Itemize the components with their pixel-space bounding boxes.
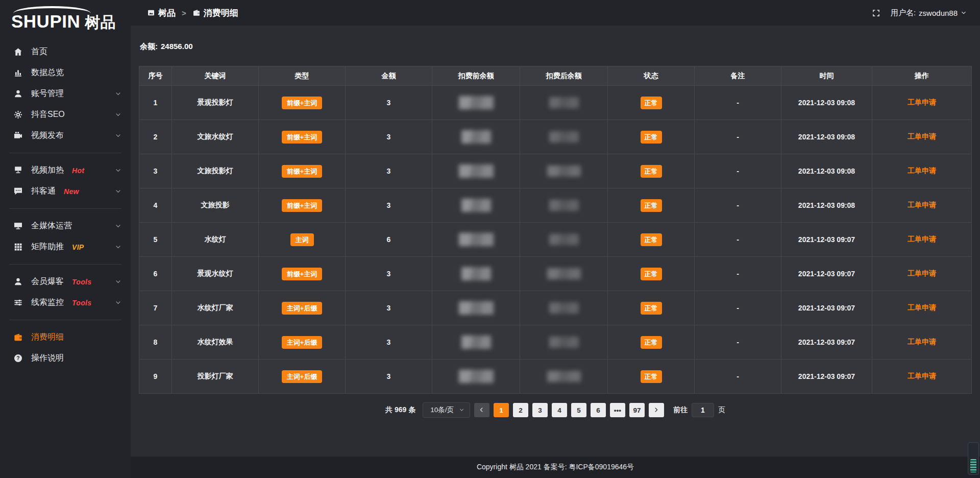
masked-balance-before (461, 199, 491, 212)
logo-text-en: SHUPIN (11, 11, 80, 32)
sidebar-item-label: 账号管理 (31, 88, 64, 99)
cell-amount: 3 (346, 257, 432, 291)
cell-amount: 3 (346, 86, 432, 120)
sidebar-item-matrix-boost[interactable]: 矩阵助推VIP (0, 236, 131, 257)
chevron-down-icon (961, 10, 967, 16)
fullscreen-icon[interactable] (872, 9, 880, 17)
work-order-link[interactable]: 工单申请 (908, 132, 936, 140)
cell-time: 2021-12-03 09:08 (781, 86, 872, 120)
sidebar-item-label: 全媒体运营 (31, 221, 72, 231)
sidebar-item-doukotong[interactable]: 抖客通New (0, 181, 131, 202)
work-order-link[interactable]: 工单申请 (908, 235, 936, 243)
chevron-down-icon (115, 90, 121, 97)
balance-label: 余额: (140, 42, 158, 51)
sidebar-item-member-burst[interactable]: 会员爆客Tools (0, 271, 131, 292)
table-row: 9投影灯厂家主词+后缀3正常-2021-12-03 09:07工单申请 (139, 360, 972, 394)
cell-index: 7 (139, 291, 172, 325)
cell-keyword: 水纹灯效果 (172, 325, 259, 360)
cell-remark: - (695, 223, 781, 257)
scroll-widget[interactable] (968, 442, 979, 475)
cell-index: 6 (139, 257, 172, 291)
next-page-button[interactable] (649, 403, 664, 417)
masked-balance-before (461, 130, 491, 144)
cell-time: 2021-12-03 09:08 (781, 120, 872, 154)
sidebar-divider (9, 153, 121, 153)
breadcrumb-label: 消费明细 (204, 7, 238, 19)
cell-index: 5 (139, 223, 172, 257)
chevron-down-icon (115, 167, 121, 174)
sidebar-item-consumption-detail[interactable]: 消费明细 (0, 327, 131, 348)
sidebar-item-label: 首页 (31, 46, 47, 57)
work-order-link[interactable]: 工单申请 (908, 98, 936, 106)
sliders-icon (13, 298, 23, 308)
sidebar-item-label: 会员爆客 (31, 276, 64, 287)
sidebar-item-label: 数据总览 (31, 67, 64, 78)
page-button-3[interactable]: 3 (532, 403, 548, 417)
gear-icon (13, 110, 23, 120)
column-header: 状态 (608, 66, 695, 86)
user-icon (13, 277, 23, 287)
chevron-right-icon (653, 407, 659, 414)
page-button-6[interactable]: 6 (591, 403, 606, 417)
column-header: 类型 (259, 66, 346, 86)
brand-logo: SHUPIN 树品 (0, 0, 131, 33)
status-badge: 正常 (641, 199, 662, 212)
page-button-2[interactable]: 2 (513, 403, 528, 417)
sidebar-item-account-management[interactable]: 账号管理 (0, 83, 131, 104)
page-size-select[interactable]: 10条/页 (423, 402, 470, 418)
page-button-1[interactable]: 1 (494, 403, 509, 417)
sidebar-item-video-heat[interactable]: 视频加热Hot (0, 160, 131, 181)
sidebar-item-label: 视频加热 (31, 165, 64, 176)
breadcrumb-label: 树品 (158, 7, 176, 19)
sidebar-item-home[interactable]: 首页 (0, 41, 131, 62)
svg-text:?: ? (16, 355, 19, 361)
work-order-link[interactable]: 工单申请 (908, 303, 936, 312)
work-order-link[interactable]: 工单申请 (908, 201, 936, 209)
type-badge: 前缀+主词 (282, 268, 323, 280)
cell-amount: 3 (346, 360, 432, 394)
sidebar-item-label: 抖客通 (31, 186, 56, 197)
page-button-5[interactable]: 5 (571, 403, 586, 417)
column-header: 扣费后余额 (520, 66, 608, 86)
more-pages-button[interactable]: ••• (610, 403, 625, 417)
table-row: 6景观水纹灯前缀+主词3正常-2021-12-03 09:07工单申请 (139, 257, 972, 291)
prev-page-button[interactable] (474, 403, 489, 417)
type-badge: 主词+后缀 (282, 302, 323, 315)
status-badge: 正常 (641, 165, 662, 178)
page-button-97[interactable]: 97 (629, 403, 645, 417)
user-menu[interactable]: 用户名: zswodun88 (891, 8, 967, 18)
cell-remark: - (695, 257, 781, 291)
masked-balance-after (549, 131, 579, 142)
sidebar-item-operation-guide[interactable]: ?操作说明 (0, 348, 131, 369)
topbar: 树品>消费明细 用户名: zswodun88 (131, 0, 980, 26)
sidebar-item-badge: Hot (72, 166, 84, 175)
type-badge: 主词 (290, 233, 314, 246)
work-order-link[interactable]: 工单申请 (908, 269, 936, 277)
wallet-icon (192, 9, 201, 17)
sidebar-divider (9, 264, 121, 265)
sidebar-item-data-overview[interactable]: 数据总览 (0, 62, 131, 83)
status-badge: 正常 (641, 233, 662, 246)
sidebar-item-omni-media[interactable]: 全媒体运营 (0, 216, 131, 236)
breadcrumb-item[interactable]: 消费明细 (192, 7, 238, 19)
table-row: 8水纹灯效果主词+后缀3正常-2021-12-03 09:07工单申请 (139, 325, 972, 360)
masked-balance-after (549, 337, 579, 348)
chevron-down-icon (115, 278, 121, 285)
breadcrumb-item[interactable]: 树品 (147, 7, 176, 19)
page-button-4[interactable]: 4 (552, 403, 567, 417)
status-badge: 正常 (641, 302, 662, 315)
work-order-link[interactable]: 工单申请 (908, 372, 936, 380)
type-badge: 前缀+主词 (282, 97, 323, 109)
status-badge: 正常 (641, 370, 662, 383)
goto-page-input[interactable] (692, 403, 714, 417)
sidebar-item-video-publish[interactable]: 视频发布 (0, 125, 131, 146)
sidebar-item-douyin-seo[interactable]: 抖音SEO (0, 104, 131, 125)
masked-balance-after (547, 268, 581, 279)
user-icon (13, 89, 23, 99)
masked-balance-after (549, 97, 579, 108)
sidebar-item-lead-monitor[interactable]: 线索监控Tools (0, 292, 131, 313)
work-order-link[interactable]: 工单申请 (908, 338, 936, 346)
status-badge: 正常 (641, 97, 662, 109)
work-order-link[interactable]: 工单申请 (908, 166, 936, 175)
chevron-down-icon (115, 132, 121, 139)
